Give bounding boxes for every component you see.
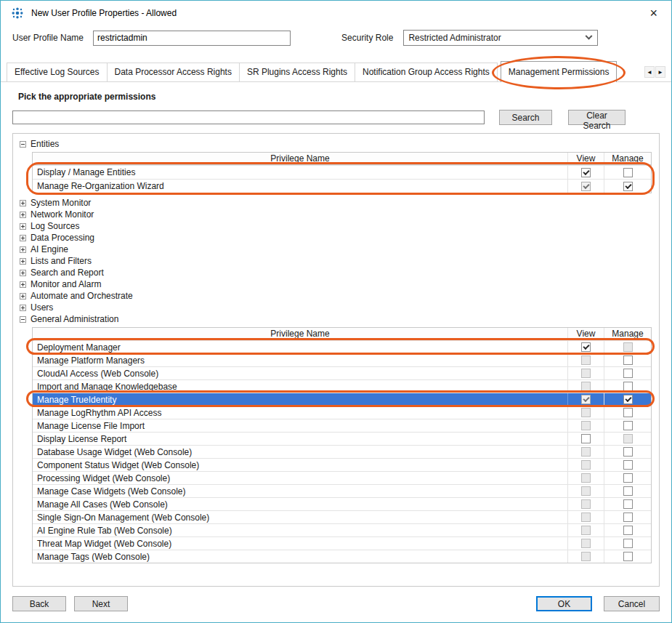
table-row[interactable]: Manage License File Import bbox=[33, 419, 651, 432]
collapse-toggle-icon[interactable] bbox=[20, 316, 26, 323]
manage-checkbox[interactable] bbox=[623, 342, 633, 352]
manage-checkbox[interactable] bbox=[623, 486, 633, 496]
table-row[interactable]: Manage All Cases (Web Console) bbox=[33, 497, 651, 510]
manage-checkbox[interactable] bbox=[623, 539, 633, 548]
expand-toggle-icon[interactable] bbox=[20, 258, 26, 265]
view-checkbox[interactable] bbox=[581, 395, 591, 404]
manage-checkbox[interactable] bbox=[623, 382, 633, 391]
view-checkbox[interactable] bbox=[581, 526, 591, 535]
tab-data-processor-access-rights[interactable]: Data Processor Access Rights bbox=[107, 63, 240, 81]
table-row[interactable]: Display License Report bbox=[33, 432, 651, 445]
tree-item-automate-and-orchestrate[interactable]: Automate and Orchestrate bbox=[15, 290, 657, 302]
table-row[interactable]: Import and Manage Knowledgebase bbox=[33, 379, 651, 393]
expand-toggle-icon[interactable] bbox=[20, 235, 26, 241]
table-row[interactable]: Threat Map Widget (Web Console) bbox=[33, 536, 651, 550]
view-checkbox[interactable] bbox=[581, 434, 591, 443]
manage-checkbox[interactable] bbox=[623, 513, 633, 522]
view-checkbox[interactable] bbox=[581, 499, 591, 509]
tree-item-search-and-report[interactable]: Search and Report bbox=[15, 267, 657, 278]
expand-toggle-icon[interactable] bbox=[20, 293, 26, 300]
manage-checkbox[interactable] bbox=[623, 473, 633, 483]
table-row[interactable]: Processing Widget (Web Console) bbox=[33, 471, 651, 484]
tab-sr-plugins-access-rights[interactable]: SR Plugins Access Rights bbox=[239, 63, 355, 81]
tab-effective-log-sources[interactable]: Effective Log Sources bbox=[7, 63, 108, 81]
tree-item-lists-and-filters[interactable]: Lists and Filters bbox=[15, 255, 657, 267]
expand-toggle-icon[interactable] bbox=[20, 281, 26, 288]
table-row[interactable]: Deployment Manager bbox=[33, 340, 651, 353]
tab-management-permissions[interactable]: Management Permissions bbox=[501, 61, 618, 82]
tab-scroll-left-icon[interactable]: ◄ bbox=[644, 66, 655, 78]
table-row[interactable]: Manage Tags (Web Console) bbox=[33, 550, 651, 563]
privilege-name-cell: Display License Report bbox=[33, 433, 568, 445]
view-checkbox[interactable] bbox=[581, 369, 591, 378]
view-checkbox[interactable] bbox=[581, 355, 591, 365]
expand-toggle-icon[interactable] bbox=[20, 200, 26, 206]
tab-notification-group-access-rights[interactable]: Notification Group Access Rights bbox=[355, 63, 498, 81]
tree-item-monitor-and-alarm[interactable]: Monitor and Alarm bbox=[15, 278, 657, 290]
tree-item-data-processing[interactable]: Data Processing bbox=[15, 232, 657, 244]
manage-checkbox[interactable] bbox=[623, 552, 633, 561]
view-checkbox[interactable] bbox=[581, 447, 591, 457]
ok-button[interactable]: OK bbox=[536, 596, 592, 611]
tree-item-entities[interactable]: Entities bbox=[15, 138, 657, 150]
manage-checkbox[interactable] bbox=[623, 355, 633, 365]
tree-item-network-monitor[interactable]: Network Monitor bbox=[15, 209, 657, 220]
manage-checkbox[interactable] bbox=[623, 447, 633, 457]
tree-item-system-monitor[interactable]: System Monitor bbox=[15, 197, 657, 209]
manage-checkbox[interactable] bbox=[623, 369, 633, 378]
view-checkbox[interactable] bbox=[581, 168, 591, 177]
table-row-selected[interactable]: Manage TrueIdentity bbox=[33, 393, 651, 406]
table-row[interactable]: Manage Platform Managers bbox=[33, 353, 651, 366]
table-row[interactable]: Manage Re-Organization Wizard bbox=[33, 179, 651, 193]
manage-checkbox[interactable] bbox=[623, 421, 633, 430]
tab-scroll-right-icon[interactable]: ► bbox=[655, 66, 665, 78]
manage-checkbox[interactable] bbox=[623, 526, 633, 535]
manage-checkbox[interactable] bbox=[623, 395, 633, 404]
expand-toggle-icon[interactable] bbox=[20, 246, 26, 253]
tree-item-ai-engine[interactable]: AI Engine bbox=[15, 244, 657, 255]
manage-checkbox[interactable] bbox=[623, 434, 633, 443]
view-checkbox[interactable] bbox=[581, 382, 591, 391]
permissions-search-input[interactable] bbox=[12, 110, 485, 124]
next-button[interactable]: Next bbox=[74, 596, 128, 611]
security-role-dropdown[interactable]: Restricted Administrator bbox=[403, 30, 598, 46]
table-row[interactable]: Display / Manage Entities bbox=[33, 165, 651, 179]
close-icon[interactable]: × bbox=[646, 7, 661, 20]
clear-search-button[interactable]: Clear Search bbox=[568, 110, 626, 125]
view-checkbox[interactable] bbox=[581, 539, 591, 548]
manage-checkbox[interactable] bbox=[623, 460, 633, 470]
view-checkbox[interactable] bbox=[581, 460, 591, 470]
view-checkbox[interactable] bbox=[581, 182, 591, 191]
collapse-toggle-icon[interactable] bbox=[20, 141, 26, 148]
table-row[interactable]: Manage Case Widgets (Web Console) bbox=[33, 484, 651, 497]
view-checkbox[interactable] bbox=[581, 342, 591, 352]
expand-toggle-icon[interactable] bbox=[20, 223, 26, 230]
manage-checkbox[interactable] bbox=[623, 182, 633, 191]
view-checkbox[interactable] bbox=[581, 421, 591, 430]
table-row[interactable]: Manage LogRhythm API Access bbox=[33, 406, 651, 419]
table-row[interactable]: Component Status Widget (Web Console) bbox=[33, 458, 651, 471]
table-row[interactable]: Database Usage Widget (Web Console) bbox=[33, 445, 651, 458]
view-checkbox[interactable] bbox=[581, 486, 591, 496]
expand-toggle-icon[interactable] bbox=[20, 305, 26, 311]
view-checkbox[interactable] bbox=[581, 552, 591, 561]
back-button[interactable]: Back bbox=[12, 596, 66, 611]
manage-checkbox[interactable] bbox=[623, 408, 633, 417]
view-checkbox[interactable] bbox=[581, 513, 591, 522]
tree-item-general-administration[interactable]: General Administration bbox=[15, 313, 657, 325]
table-row[interactable]: Single Sign-On Management (Web Console) bbox=[33, 510, 651, 523]
expand-toggle-icon[interactable] bbox=[20, 212, 26, 218]
manage-checkbox[interactable] bbox=[623, 499, 633, 509]
view-checkbox[interactable] bbox=[581, 408, 591, 417]
tree-item-users[interactable]: Users bbox=[15, 302, 657, 313]
view-checkbox[interactable] bbox=[581, 473, 591, 483]
table-row[interactable]: AI Engine Rule Tab (Web Console) bbox=[33, 523, 651, 536]
table-row[interactable]: CloudAI Access (Web Console) bbox=[33, 366, 651, 379]
cancel-button[interactable]: Cancel bbox=[604, 596, 660, 611]
profile-name-field[interactable] bbox=[93, 31, 291, 46]
expand-toggle-icon[interactable] bbox=[20, 270, 26, 276]
manage-checkbox[interactable] bbox=[623, 168, 633, 177]
search-button[interactable]: Search bbox=[499, 110, 552, 125]
tree-item-label: Automate and Orchestrate bbox=[31, 291, 133, 301]
tree-item-log-sources[interactable]: Log Sources bbox=[15, 220, 657, 232]
